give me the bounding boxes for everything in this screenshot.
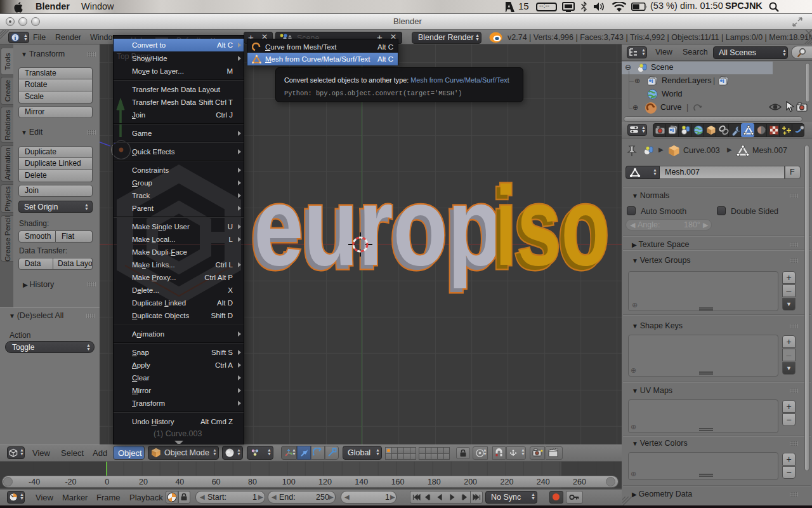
svg-text:iso: iso [495, 164, 610, 288]
svg-text:i: i [15, 34, 16, 41]
svg-text:europ: europ [254, 164, 502, 288]
